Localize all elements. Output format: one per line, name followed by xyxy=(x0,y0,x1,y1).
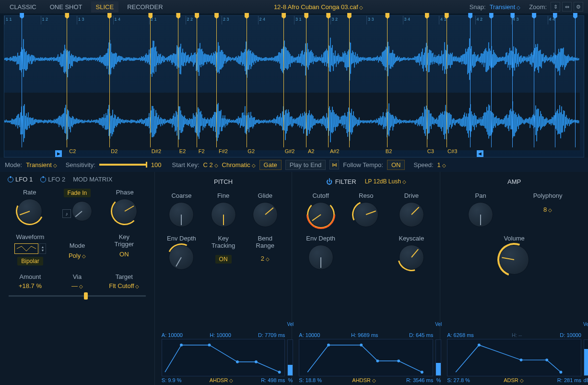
amp-env-r[interactable]: R: 281 ms xyxy=(557,377,581,383)
svg-point-1 xyxy=(208,344,211,347)
pitch-env-type[interactable]: AHDSR xyxy=(210,377,233,383)
slice-marker[interactable] xyxy=(427,16,427,147)
transient-marker[interactable] xyxy=(491,16,492,147)
slice-marker[interactable] xyxy=(349,16,350,147)
reso-knob[interactable] xyxy=(353,202,378,227)
filter-env-h[interactable]: H: 9689 ms xyxy=(351,332,378,338)
filter-envdepth-knob[interactable] xyxy=(308,245,333,270)
tab-slice[interactable]: SLICE xyxy=(91,1,119,12)
slice-marker[interactable] xyxy=(109,16,110,147)
drive-knob[interactable] xyxy=(399,202,424,227)
pitch-env-s[interactable]: S: 9.9 % xyxy=(162,377,182,383)
modmatrix-tab[interactable]: MOD MATRIX xyxy=(73,176,112,183)
fadein-knob[interactable] xyxy=(72,201,92,221)
power-icon[interactable] xyxy=(40,177,46,182)
pan-knob[interactable] xyxy=(468,202,493,227)
amount-slider[interactable] xyxy=(9,295,146,297)
amp-env-a[interactable]: A: 6268 ms xyxy=(447,332,474,338)
fine-knob[interactable] xyxy=(211,202,236,227)
pitch-envdepth-knob[interactable] xyxy=(169,245,194,270)
filter-envelope-plot[interactable] xyxy=(299,339,433,376)
slice-marker[interactable] xyxy=(306,16,306,147)
power-icon[interactable] xyxy=(8,177,13,182)
tab-oneshot[interactable]: ONE SHOT xyxy=(45,1,87,12)
playtoend-button[interactable]: Play to End xyxy=(285,160,326,170)
keytracking-value[interactable]: ON xyxy=(215,255,232,264)
note-sync-icon[interactable]: ♪ xyxy=(62,209,71,218)
phase-knob[interactable] xyxy=(112,199,137,224)
pitch-env-a[interactable]: A: 10000 xyxy=(162,332,183,338)
waveform-display-box[interactable] xyxy=(14,243,38,254)
amp-env-s[interactable]: S: 27.8 % xyxy=(447,377,470,383)
scale-value[interactable]: Chromatic xyxy=(222,161,256,168)
followtempo-value[interactable]: ON xyxy=(387,160,405,170)
coarse-knob[interactable] xyxy=(169,202,194,227)
zoom-vertical-icon[interactable]: ⇕ xyxy=(551,2,560,12)
reverse-icon[interactable]: ⋈ xyxy=(329,160,339,169)
polyphony-value[interactable]: 8 xyxy=(543,206,552,213)
slice-marker[interactable] xyxy=(387,16,388,147)
mode-value[interactable]: Transient xyxy=(26,161,57,168)
filter-env-a[interactable]: A: 10000 xyxy=(299,332,320,338)
transient-marker[interactable] xyxy=(512,16,513,147)
snap-value[interactable]: Transient xyxy=(490,3,521,11)
filter-power-icon[interactable]: ⏻ xyxy=(326,178,332,185)
speed-value[interactable]: 1 xyxy=(437,161,446,168)
fadein-button[interactable]: Fade In xyxy=(64,189,91,197)
amount-value[interactable]: +18.7 % xyxy=(19,282,42,289)
keyscale-knob[interactable] xyxy=(399,245,424,270)
glide-knob[interactable] xyxy=(253,202,278,227)
transient-marker[interactable] xyxy=(575,16,576,147)
bipolar-button[interactable]: Bipolar xyxy=(17,257,43,265)
gear-icon[interactable]: ⚙ xyxy=(574,2,583,12)
filter-env-r[interactable]: R: 3546 ms xyxy=(406,377,433,383)
waveform-display[interactable]: 1 11 21 31 42 12 22 32 43 13 23 33 44 14… xyxy=(4,15,584,157)
play-start-arrow[interactable]: ▶ xyxy=(55,150,62,157)
rate-knob[interactable] xyxy=(17,199,42,224)
slice-marker[interactable] xyxy=(216,16,217,147)
tab-classic[interactable]: CLASSIC xyxy=(5,1,41,12)
keytrigger-value[interactable]: ON xyxy=(119,251,129,258)
slice-marker[interactable] xyxy=(328,16,329,147)
amp-env-d[interactable]: D: 10000 xyxy=(560,332,581,338)
bendrange-value[interactable]: 2 xyxy=(261,255,270,262)
slice-marker[interactable] xyxy=(197,16,197,147)
startkey-value[interactable]: C 2 xyxy=(203,161,218,168)
tab-recorder[interactable]: RECORDER xyxy=(122,1,167,12)
via-value[interactable]: — xyxy=(71,282,83,289)
pitch-envelope-plot[interactable] xyxy=(162,339,285,376)
target-value[interactable]: Flt Cutoff xyxy=(109,282,139,289)
filter-env-d[interactable]: D: 645 ms xyxy=(409,332,433,338)
slice-marker[interactable] xyxy=(247,16,247,147)
pitch-env-h[interactable]: H: 10000 xyxy=(210,332,231,338)
slice-marker[interactable] xyxy=(150,16,151,147)
slice-marker[interactable] xyxy=(447,16,447,147)
sensitivity-value[interactable]: 100 xyxy=(151,161,162,168)
lfo2-tab[interactable]: LFO 2 xyxy=(40,176,65,183)
slice-marker[interactable] xyxy=(178,16,178,147)
amp-vel-meter[interactable] xyxy=(584,339,588,376)
amp-envelope-plot[interactable] xyxy=(447,339,581,376)
slice-marker[interactable] xyxy=(283,16,284,147)
waveform-stepper[interactable]: ▲▼ xyxy=(39,243,46,254)
lfo1-tab[interactable]: LFO 1 xyxy=(8,176,33,183)
lfo-mode-value[interactable]: Poly xyxy=(69,252,86,259)
slice-marker[interactable] xyxy=(67,16,67,147)
filter-type-select[interactable]: LP 12dB Lush xyxy=(365,178,406,185)
sensitivity-slider[interactable] xyxy=(99,164,147,166)
zoom-horizontal-icon[interactable]: ⇔ xyxy=(562,2,572,12)
transient-marker[interactable] xyxy=(555,16,555,147)
play-end-arrow[interactable]: ◀ xyxy=(477,150,483,157)
transient-marker[interactable] xyxy=(22,16,22,147)
amp-env-type[interactable]: ADSR xyxy=(504,377,523,383)
pitch-env-r[interactable]: R: 498 ms xyxy=(261,377,285,383)
filename-dropdown[interactable]: 12-8 Afro Cuban Conga 03.caf xyxy=(172,3,466,11)
transient-marker[interactable] xyxy=(534,16,534,147)
gate-button[interactable]: Gate xyxy=(259,160,282,170)
volume-knob[interactable] xyxy=(499,245,529,275)
filter-env-s[interactable]: S: 18.8 % xyxy=(299,377,322,383)
transient-marker[interactable] xyxy=(470,16,470,147)
pitch-env-d[interactable]: D: 7709 ms xyxy=(258,332,285,338)
filter-env-type[interactable]: AHDSR xyxy=(352,377,376,383)
cutoff-knob[interactable] xyxy=(308,202,333,227)
